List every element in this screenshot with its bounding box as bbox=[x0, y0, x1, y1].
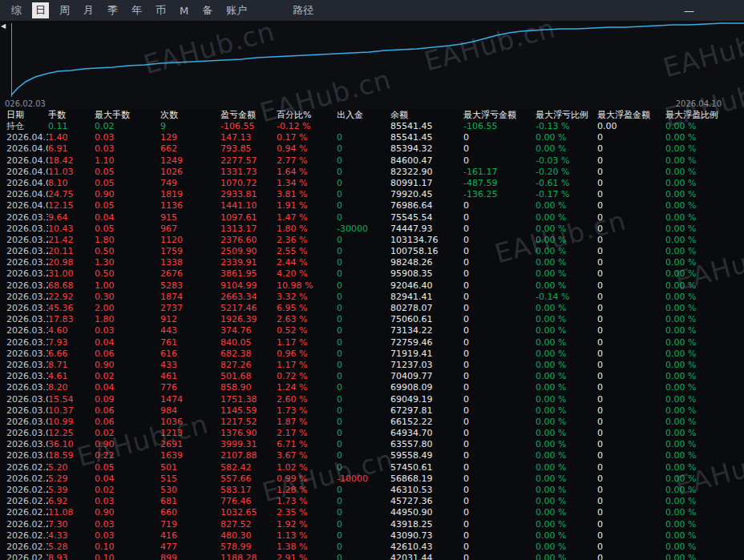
table-row[interactable]: 2026.02.265.290.04515557.660.99 %-100005… bbox=[6, 473, 744, 485]
table-row[interactable]: 2026.04.0818.421.1012492277.572.77 %0846… bbox=[6, 155, 744, 167]
table-row[interactable]: 2026.04.0112.150.0511361441.101.91 %0769… bbox=[6, 200, 744, 212]
table-row[interactable]: 2026.02.185.280.10477578.991.38 %042610.… bbox=[6, 542, 744, 553]
cell-max-float-loss-ratio: 0.00 % bbox=[536, 428, 597, 439]
cell-max-float-loss-ratio: 0.00 % bbox=[536, 268, 597, 280]
table-row[interactable]: 2026.03.0610.370.069841145.591.73 %06729… bbox=[6, 405, 744, 417]
table-row[interactable]: 2026.03.167.930.04761840.051.17 %072759.… bbox=[6, 337, 744, 348]
menu-item-zong[interactable]: 综 bbox=[8, 2, 25, 18]
cell-max-float-profit: 0 bbox=[597, 132, 665, 143]
table-row[interactable]: 2026.03.2368.681.0052839104.9910.98 %092… bbox=[6, 280, 744, 292]
cell-pnl-amount: 582.42 bbox=[220, 462, 277, 473]
cell-max-float-profit-ratio: 0.00 % bbox=[665, 485, 744, 496]
table-row[interactable]: 2026.04.096.910.03662793.850.94 %085394.… bbox=[6, 143, 744, 155]
table-row[interactable]: 2026.02.275.200.05501582.421.02 %057450.… bbox=[6, 462, 744, 473]
table-row[interactable]: 2026.03.136.660.06616682.380.96 %071919.… bbox=[6, 348, 744, 360]
cell-max-float-loss: -136.25 bbox=[463, 189, 536, 200]
table-row[interactable]: 2026.03.2520.981.3013382339.912.44 %0982… bbox=[6, 257, 744, 268]
table-row[interactable]: 2026.04.0224.750.9018192933.813.81 %0799… bbox=[6, 189, 744, 200]
cell-date: 2026.02.18 bbox=[6, 542, 48, 553]
cell-lots: 8.71 bbox=[48, 360, 95, 371]
cell-deposit-withdrawal: 0 bbox=[337, 462, 390, 473]
table-row[interactable]: 2026.03.2721.421.8011202376.602.36 %0103… bbox=[6, 235, 744, 246]
cell-date: 2026.02.27 bbox=[6, 462, 48, 473]
cell-max-float-profit-ratio: 0.00 % bbox=[665, 405, 744, 417]
table-row[interactable]: 2026.04.0711.030.0510261331.731.64 %0823… bbox=[6, 167, 744, 178]
menu-item-ri[interactable]: 日 bbox=[32, 2, 49, 18]
table-row[interactable]: 2026.03.0218.590.2216392107.883.67 %0595… bbox=[6, 450, 744, 461]
cell-max-lots: 0.90 bbox=[95, 360, 160, 371]
menu-item-bei[interactable]: 备 bbox=[199, 2, 216, 18]
cell-pnl-amount: 858.90 bbox=[220, 382, 277, 393]
cell-date: 2026.02.23 bbox=[6, 507, 48, 518]
cell-lots: 68.68 bbox=[48, 280, 95, 292]
equity-chart-panel[interactable]: ◀ 026.02.03 2026.04.10 bbox=[0, 21, 744, 109]
cell-lots: 11.08 bbox=[48, 507, 95, 518]
table-row[interactable]: 2026.03.3010.430.059671313.171.80 %-3000… bbox=[6, 224, 744, 235]
equity-curve-svg[interactable] bbox=[0, 21, 744, 109]
equity-curve-line bbox=[11, 23, 744, 95]
cell-max-float-profit: 0 bbox=[597, 553, 665, 560]
menu-item-nian[interactable]: 年 bbox=[128, 2, 145, 18]
table-row[interactable]: 2026.03.1817.831.809121926.392.63 %07506… bbox=[6, 314, 744, 325]
table-row[interactable]: 2026.03.2431.000.5026763861.954.20 %0959… bbox=[6, 268, 744, 280]
table-row[interactable]: 2026.03.1945.362.0027375217.466.95 %0802… bbox=[6, 303, 744, 314]
table-row[interactable]: 2026.04.068.100.057491070.721.34 %080991… bbox=[6, 178, 744, 189]
table-row[interactable]: 2026.03.108.200.04776858.901.24 %069908.… bbox=[6, 382, 744, 393]
cell-balance: 71237.03 bbox=[390, 360, 463, 371]
cell-max-float-loss-ratio: -0.17 % bbox=[536, 189, 597, 200]
table-row[interactable]: 2026.02.2311.080.906601032.652.35 %04495… bbox=[6, 507, 744, 518]
cell-deposit-withdrawal: 0 bbox=[337, 314, 390, 325]
cell-deposit-withdrawal: 0 bbox=[337, 325, 390, 336]
menu-item-zhou[interactable]: 周 bbox=[56, 2, 73, 18]
cell-date: 2026.03.16 bbox=[6, 337, 48, 348]
cell-max-float-loss: 0 bbox=[463, 496, 536, 507]
table-row[interactable]: 2026.02.207.300.03719827.521.92 %043918.… bbox=[6, 519, 744, 530]
table-row[interactable]: 2026.02.246.920.03681776.461.73 %045727.… bbox=[6, 496, 744, 507]
table-row[interactable]: 2026.02.178.930.108991188.282.91 %042031… bbox=[6, 553, 744, 560]
cell-max-float-loss-ratio: 0.00 % bbox=[536, 542, 597, 553]
cell-max-float-profit: 0.00 bbox=[597, 121, 665, 132]
table-row[interactable]: 2026.03.174.600.03443374.760.52 %073134.… bbox=[6, 325, 744, 336]
cell-max-lots: 0.04 bbox=[95, 337, 160, 348]
menu-item-yue[interactable]: 月 bbox=[80, 2, 97, 18]
table-row[interactable]: 持仓0.110.029-106.55-0.12 %85541.45-106.55… bbox=[6, 121, 744, 132]
cell-lots: 20.98 bbox=[48, 257, 95, 268]
table-row[interactable]: 2026.03.0915.540.0914741751.382.60 %0690… bbox=[6, 394, 744, 405]
cell-percent: 1.87 % bbox=[277, 417, 337, 428]
cell-max-float-profit-ratio: 0.00 % bbox=[665, 507, 744, 518]
cell-max-float-loss: 0 bbox=[463, 325, 536, 336]
table-row[interactable]: 2026.02.255.390.02530583.171.28 %046310.… bbox=[6, 485, 744, 496]
menu-item-ji[interactable]: 季 bbox=[104, 2, 121, 18]
table-row[interactable]: 2026.03.114.610.02461501.680.72 %070409.… bbox=[6, 371, 744, 382]
table-row[interactable]: 2026.03.319.640.049151097.611.47 %075545… bbox=[6, 212, 744, 224]
table-row[interactable]: 2026.03.2620.110.5017592509.902.55 %0100… bbox=[6, 246, 744, 257]
cell-max-float-profit-ratio: 0.00 % bbox=[665, 132, 744, 143]
table-row[interactable]: 2026.03.128.710.90433827.261.17 %071237.… bbox=[6, 360, 744, 371]
table-row[interactable]: 2026.02.194.330.03416480.301.13 %043090.… bbox=[6, 530, 744, 542]
cell-max-float-profit-ratio: 0.00 % bbox=[665, 371, 744, 382]
cell-max-float-loss-ratio: 0.00 % bbox=[536, 439, 597, 450]
cell-max-lots: 0.03 bbox=[95, 496, 160, 507]
table-row[interactable]: 2026.03.2022.920.3018742663.343.32 %0829… bbox=[6, 292, 744, 303]
cell-max-float-profit: 0 bbox=[597, 292, 665, 303]
menu-item-lujing[interactable]: 路径 bbox=[289, 2, 317, 18]
cell-lots: 8.20 bbox=[48, 382, 95, 393]
table-row[interactable]: 2026.03.0510.990.0610361217.521.87 %0661… bbox=[6, 417, 744, 428]
cell-max-float-loss-ratio: 0.00 % bbox=[536, 246, 597, 257]
cell-deposit-withdrawal: 0 bbox=[337, 405, 390, 417]
menu-item-zhanghu[interactable]: 账户 bbox=[223, 2, 250, 18]
menu-item-bi[interactable]: 币 bbox=[152, 2, 169, 18]
cell-max-float-profit: 0 bbox=[597, 519, 665, 530]
cell-count: 1874 bbox=[160, 292, 220, 303]
cell-max-float-profit: 0 bbox=[597, 257, 665, 268]
cell-pnl-amount: 578.99 bbox=[220, 542, 277, 553]
table-row[interactable]: 2026.03.0336.100.9026913999.316.71 %0635… bbox=[6, 439, 744, 450]
minimize-button[interactable]: — bbox=[684, 5, 694, 17]
table-row[interactable]: 2026.03.0412.250.0212131376.902.17 %0649… bbox=[6, 428, 744, 439]
cell-percent: 1.73 % bbox=[277, 405, 337, 417]
menu-item-m[interactable]: M bbox=[176, 4, 192, 18]
cell-max-float-loss-ratio: 0.00 % bbox=[536, 462, 597, 473]
cell-deposit-withdrawal: 0 bbox=[337, 257, 390, 268]
table-row[interactable]: 2026.04.101.400.03129147.130.17 %085541.… bbox=[6, 132, 744, 143]
cell-max-float-profit: 0 bbox=[597, 167, 665, 178]
